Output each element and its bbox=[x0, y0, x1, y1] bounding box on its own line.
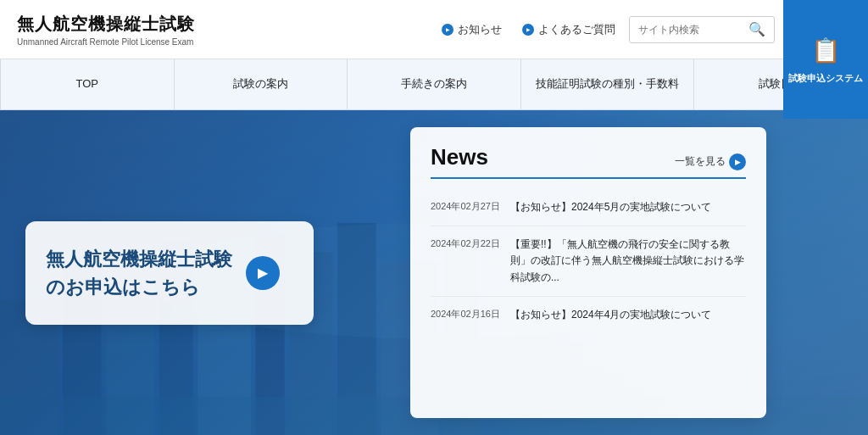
news-date: 2024年02月27日 bbox=[431, 199, 500, 213]
news-content: 【お知らせ】2024年5月の実地試験について bbox=[510, 199, 711, 215]
cta-text: 無人航空機操縦士試験 のお申込はこちら bbox=[46, 245, 232, 301]
news-item: 2024年02月22日 【重要!!】「無人航空機の飛行の安全に関する教則」の改訂… bbox=[431, 226, 746, 297]
news-item: 2024年02月16日 【お知らせ】2024年4月の実地試験について bbox=[431, 297, 746, 333]
news-panel: News 一覧を見る ▶ 2024年02月27日 【お知らせ】2024年5月の実… bbox=[410, 127, 766, 418]
news-item: 2024年02月27日 【お知らせ】2024年5月の実地試験について bbox=[431, 189, 746, 226]
nav-item-procedure[interactable]: 手続きの案内 bbox=[348, 59, 521, 109]
header-nav-notice-label: お知らせ bbox=[458, 22, 502, 37]
header-nav-faq-label: よくあるご質問 bbox=[538, 22, 615, 37]
search-bar: 🔍 bbox=[629, 16, 775, 43]
header-nav-oknowledge[interactable]: お知らせ bbox=[442, 22, 502, 37]
news-all-arrow-icon: ▶ bbox=[729, 153, 746, 170]
exam-register-label: 試験申込システム bbox=[788, 72, 863, 85]
news-all-link[interactable]: 一覧を見る ▶ bbox=[675, 153, 746, 170]
document-icon: 📋 bbox=[811, 34, 841, 67]
main-nav: TOP 試験の案内 手続きの案内 技能証明試験の種別・手数料 試験日程 bbox=[0, 59, 868, 110]
cta-box: 無人航空機操縦士試験 のお申込はこちら ▶ bbox=[25, 221, 314, 325]
header-nav: お知らせ よくあるご質問 bbox=[442, 22, 615, 37]
header: 無人航空機操縦士試験 Unmanned Aircraft Remote Pilo… bbox=[0, 0, 868, 59]
search-button[interactable]: 🔍 bbox=[740, 17, 774, 42]
logo-title: 無人航空機操縦士試験 bbox=[17, 13, 195, 36]
hero-section: 無人航空機操縦士試験 のお申込はこちら ▶ News 一覧を見る ▶ 2024年… bbox=[0, 110, 868, 435]
news-title: News bbox=[431, 144, 488, 170]
nav-item-types-fees[interactable]: 技能証明試験の種別・手数料 bbox=[521, 59, 695, 109]
exam-register-button[interactable]: 📋 試験申込システム bbox=[783, 0, 868, 119]
dot-icon-notice bbox=[442, 24, 453, 36]
news-content: 【重要!!】「無人航空機の飛行の安全に関する教則」の改訂に伴う無人航空機操縦士試… bbox=[510, 237, 746, 286]
search-input[interactable] bbox=[630, 17, 740, 42]
nav-item-exam-info[interactable]: 試験の案内 bbox=[175, 59, 348, 109]
cta-line2: のお申込はこちら bbox=[46, 276, 200, 298]
news-all-link-label: 一覧を見る bbox=[675, 154, 726, 169]
header-nav-faq[interactable]: よくあるご質問 bbox=[522, 22, 615, 37]
news-list: 2024年02月27日 【お知らせ】2024年5月の実地試験について 2024年… bbox=[431, 189, 746, 333]
nav-item-top[interactable]: TOP bbox=[0, 59, 175, 109]
news-content: 【お知らせ】2024年4月の実地試験について bbox=[510, 307, 711, 323]
news-header: News 一覧を見る ▶ bbox=[431, 144, 746, 179]
cta-arrow-button[interactable]: ▶ bbox=[246, 256, 280, 290]
news-date: 2024年02月16日 bbox=[431, 307, 500, 321]
cta-line1: 無人航空機操縦士試験 bbox=[46, 248, 232, 270]
logo-area: 無人航空機操縦士試験 Unmanned Aircraft Remote Pilo… bbox=[17, 13, 195, 47]
news-date: 2024年02月22日 bbox=[431, 237, 500, 250]
logo-subtitle: Unmanned Aircraft Remote Pilot License E… bbox=[17, 37, 195, 47]
dot-icon-faq bbox=[522, 24, 534, 36]
